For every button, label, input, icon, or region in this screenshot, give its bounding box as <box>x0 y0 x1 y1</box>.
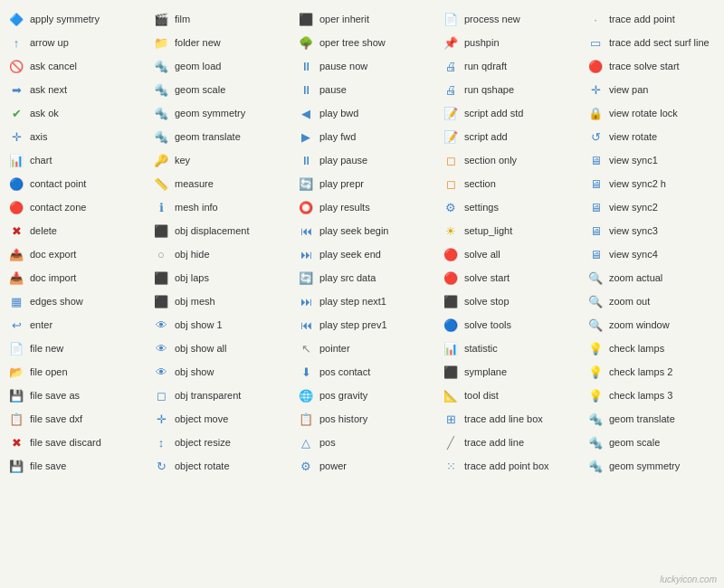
list-item[interactable]: ✛object move <box>148 407 293 431</box>
list-item[interactable]: 🖨run qshape <box>438 78 583 101</box>
list-item[interactable]: 🔩geom translate <box>148 125 293 148</box>
list-item[interactable]: 🔩geom scale <box>148 78 293 101</box>
list-item[interactable]: ·trace add point <box>583 7 724 31</box>
list-item[interactable]: 📤doc export <box>4 242 148 266</box>
list-item[interactable]: ⏸pause <box>293 78 438 101</box>
list-item[interactable]: 💡check lamps <box>583 337 724 360</box>
list-item[interactable]: 📁folder new <box>148 31 293 54</box>
list-item[interactable]: 🖨run qdraft <box>438 54 583 78</box>
list-item[interactable]: 📊statistic <box>438 337 583 360</box>
list-item[interactable]: ⬛obj laps <box>148 266 293 289</box>
list-item[interactable]: 🌐pos gravity <box>293 384 438 407</box>
list-item[interactable]: ↕object resize <box>148 431 293 454</box>
list-item[interactable]: 👁obj show <box>148 360 293 384</box>
list-item[interactable]: 🔷apply symmetry <box>4 7 148 31</box>
list-item[interactable]: ⏭play step next1 <box>293 289 438 313</box>
list-item[interactable]: ◀play bwd <box>293 101 438 125</box>
list-item[interactable]: ⏮play step prev1 <box>293 313 438 337</box>
list-item[interactable]: 💡check lamps 3 <box>583 384 724 407</box>
list-item[interactable]: ✛axis <box>4 125 148 148</box>
list-item[interactable]: 🔍zoom window <box>583 313 724 337</box>
list-item[interactable]: ╱trace add line <box>438 431 583 454</box>
list-item[interactable]: 📄process new <box>438 7 583 31</box>
list-item[interactable]: 🔵solve tools <box>438 313 583 337</box>
list-item[interactable]: ⏮play seek begin <box>293 219 438 242</box>
list-item[interactable]: ✔ask ok <box>4 101 148 125</box>
list-item[interactable]: 📐tool dist <box>438 384 583 407</box>
list-item[interactable]: 🎬film <box>148 7 293 31</box>
list-item[interactable]: 🔄play src data <box>293 266 438 289</box>
list-item[interactable]: ▶play fwd <box>293 125 438 148</box>
list-item[interactable]: ⚙power <box>293 454 438 478</box>
list-item[interactable]: ✖file save discard <box>4 431 148 454</box>
list-item[interactable]: 📊chart <box>4 148 148 172</box>
list-item[interactable]: 🔄play prepr <box>293 172 438 195</box>
list-item[interactable]: 📋pos history <box>293 407 438 431</box>
list-item[interactable]: 💡check lamps 2 <box>583 360 724 384</box>
list-item[interactable]: ○obj hide <box>148 242 293 266</box>
list-item[interactable]: ℹmesh info <box>148 195 293 219</box>
list-item[interactable]: 📏measure <box>148 172 293 195</box>
list-item[interactable]: 🔴trace solve start <box>583 54 724 78</box>
list-item[interactable]: ↺view rotate <box>583 125 724 148</box>
list-item[interactable]: ⬛solve stop <box>438 289 583 313</box>
list-item[interactable]: 🔩geom symmetry <box>148 101 293 125</box>
list-item[interactable]: 🔴solve start <box>438 266 583 289</box>
list-item[interactable]: ⭕play results <box>293 195 438 219</box>
list-item[interactable]: ⬛symplane <box>438 360 583 384</box>
list-item[interactable]: 🔴solve all <box>438 242 583 266</box>
list-item[interactable]: 👁obj show 1 <box>148 313 293 337</box>
list-item[interactable]: ▭trace add sect surf line <box>583 31 724 54</box>
list-item[interactable]: 🚫ask cancel <box>4 54 148 78</box>
list-item[interactable]: ↖pointer <box>293 337 438 360</box>
list-item[interactable]: ⬇pos contact <box>293 360 438 384</box>
list-item[interactable]: ➡ask next <box>4 78 148 101</box>
list-item[interactable]: 💾file save <box>4 454 148 478</box>
list-item[interactable]: 🔍zoom actual <box>583 266 724 289</box>
list-item[interactable]: 📄file new <box>4 337 148 360</box>
list-item[interactable]: ◻obj transparent <box>148 384 293 407</box>
list-item[interactable]: ◻section <box>438 172 583 195</box>
list-item[interactable]: ▦edges show <box>4 289 148 313</box>
list-item[interactable]: 💾file save as <box>4 384 148 407</box>
list-item[interactable]: ⬛obj mesh <box>148 289 293 313</box>
list-item[interactable]: ⏭play seek end <box>293 242 438 266</box>
list-item[interactable]: ↑arrow up <box>4 31 148 54</box>
list-item[interactable]: △pos <box>293 431 438 454</box>
list-item[interactable]: ↻object rotate <box>148 454 293 478</box>
list-item[interactable]: 🖥view sync3 <box>583 219 724 242</box>
list-item[interactable]: ⊞trace add line box <box>438 407 583 431</box>
list-item[interactable]: 📝script add <box>438 125 583 148</box>
list-item[interactable]: 🖥view sync2 h <box>583 172 724 195</box>
list-item[interactable]: 🔩geom symmetry <box>583 454 724 478</box>
list-item[interactable]: 🔵contact point <box>4 172 148 195</box>
list-item[interactable]: ⬛obj displacement <box>148 219 293 242</box>
list-item[interactable]: 🔴contact zone <box>4 195 148 219</box>
list-item[interactable]: 📂file open <box>4 360 148 384</box>
list-item[interactable]: 🖥view sync4 <box>583 242 724 266</box>
list-item[interactable]: 🔩geom load <box>148 54 293 78</box>
list-item[interactable]: ✖delete <box>4 219 148 242</box>
list-item[interactable]: 🔍zoom out <box>583 289 724 313</box>
list-item[interactable]: ⚙settings <box>438 195 583 219</box>
list-item[interactable]: 📥doc import <box>4 266 148 289</box>
list-item[interactable]: 🖥view sync2 <box>583 195 724 219</box>
list-item[interactable]: 👁obj show all <box>148 337 293 360</box>
list-item[interactable]: ↩enter <box>4 313 148 337</box>
list-item[interactable]: 🔑key <box>148 148 293 172</box>
list-item[interactable]: 📝script add std <box>438 101 583 125</box>
list-item[interactable]: ⏸pause now <box>293 54 438 78</box>
list-item[interactable]: 🌳oper tree show <box>293 31 438 54</box>
list-item[interactable]: ☀setup_light <box>438 219 583 242</box>
list-item[interactable]: ◻section only <box>438 148 583 172</box>
list-item[interactable]: ✛view pan <box>583 78 724 101</box>
list-item[interactable]: 🖥view sync1 <box>583 148 724 172</box>
list-item[interactable]: 🔒view rotate lock <box>583 101 724 125</box>
list-item[interactable]: 🔩geom scale <box>583 431 724 454</box>
list-item[interactable]: ⏸play pause <box>293 148 438 172</box>
list-item[interactable]: 📌pushpin <box>438 31 583 54</box>
list-item[interactable]: 📋file save dxf <box>4 407 148 431</box>
list-item[interactable]: ⁙trace add point box <box>438 454 583 478</box>
list-item[interactable]: 🔩geom translate <box>583 407 724 431</box>
list-item[interactable]: ⬛oper inherit <box>293 7 438 31</box>
